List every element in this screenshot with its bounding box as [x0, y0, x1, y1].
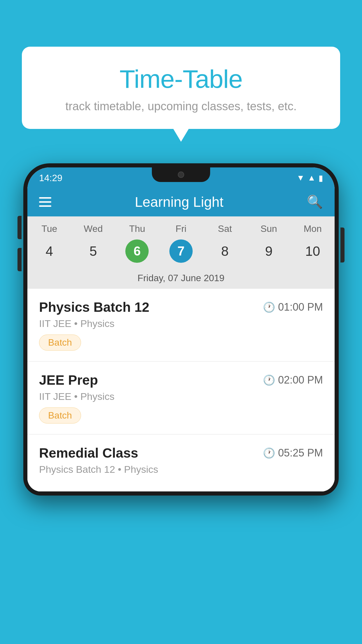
phone-wrapper: 14:29 ▼ ▲ ▮ Learning Light 🔍 — [23, 163, 339, 644]
schedule-item-1-header: Physics Batch 12 🕐 01:00 PM — [39, 299, 323, 315]
search-icon[interactable]: 🔍 — [307, 194, 323, 209]
camera — [178, 172, 184, 178]
signal-icon: ▲ — [307, 173, 316, 183]
clock-icon-1: 🕐 — [263, 301, 275, 313]
day-header-thu[interactable]: Thu — [115, 223, 159, 234]
status-time: 14:29 — [39, 173, 62, 183]
clock-icon-2: 🕐 — [263, 374, 275, 386]
volume-button-2 — [17, 248, 22, 271]
day-header-mon[interactable]: Mon — [291, 223, 335, 234]
power-button — [340, 228, 345, 262]
schedule-item-3[interactable]: Remedial Class 🕐 05:25 PM Physics Batch … — [27, 435, 335, 491]
schedule-item-1-time-text: 01:00 PM — [278, 301, 323, 313]
clock-icon-3: 🕐 — [263, 447, 275, 459]
schedule-item-1-title: Physics Batch 12 — [39, 299, 149, 315]
calendar-strip: Tue Wed Thu Fri Sat Sun Mon 4 5 6 7 — [27, 216, 335, 289]
app-title: Learning Light — [135, 194, 223, 210]
day-numbers: 4 5 6 7 8 9 10 — [27, 237, 335, 269]
day-8[interactable]: 8 — [203, 243, 247, 259]
tooltip-subtitle: track timetable, upcoming classes, tests… — [39, 100, 323, 113]
day-4[interactable]: 4 — [27, 243, 71, 259]
schedule-item-1[interactable]: Physics Batch 12 🕐 01:00 PM IIT JEE • Ph… — [27, 289, 335, 362]
tooltip-card: Time-Table track timetable, upcoming cla… — [22, 47, 340, 129]
schedule-item-3-title: Remedial Class — [39, 445, 138, 461]
day-header-sat[interactable]: Sat — [203, 223, 247, 234]
menu-icon[interactable] — [39, 197, 51, 207]
day-header-tue[interactable]: Tue — [27, 223, 71, 234]
phone-shell: 14:29 ▼ ▲ ▮ Learning Light 🔍 — [23, 163, 339, 496]
day-circle-selected[interactable]: 7 — [169, 239, 193, 263]
schedule-item-3-time-text: 05:25 PM — [278, 447, 323, 459]
phone-notch — [152, 167, 210, 182]
schedule-item-2-time-text: 02:00 PM — [278, 374, 323, 386]
selected-date: Friday, 07 June 2019 — [27, 269, 335, 289]
day-9[interactable]: 9 — [247, 243, 291, 259]
schedule-item-3-time: 🕐 05:25 PM — [263, 447, 323, 459]
day-10[interactable]: 10 — [291, 243, 335, 259]
battery-icon: ▮ — [319, 173, 323, 183]
schedule-list: Physics Batch 12 🕐 01:00 PM IIT JEE • Ph… — [27, 289, 335, 491]
schedule-item-2-time: 🕐 02:00 PM — [263, 374, 323, 386]
schedule-item-2-header: JEE Prep 🕐 02:00 PM — [39, 372, 323, 388]
batch-badge-1: Batch — [39, 335, 81, 351]
day-headers: Tue Wed Thu Fri Sat Sun Mon — [27, 216, 335, 237]
day-6[interactable]: 6 — [115, 239, 159, 263]
schedule-item-2[interactable]: JEE Prep 🕐 02:00 PM IIT JEE • Physics Ba… — [27, 362, 335, 435]
schedule-item-3-header: Remedial Class 🕐 05:25 PM — [39, 445, 323, 461]
schedule-item-3-sub: Physics Batch 12 • Physics — [39, 464, 323, 475]
wifi-icon: ▼ — [297, 173, 305, 183]
day-5[interactable]: 5 — [71, 243, 115, 259]
day-7[interactable]: 7 — [159, 239, 203, 263]
batch-badge-2: Batch — [39, 407, 81, 424]
schedule-item-1-sub: IIT JEE • Physics — [39, 318, 323, 329]
tooltip-title: Time-Table — [39, 64, 323, 94]
phone-screen: 14:29 ▼ ▲ ▮ Learning Light 🔍 — [27, 167, 335, 491]
schedule-item-2-sub: IIT JEE • Physics — [39, 391, 323, 402]
app-header: Learning Light 🔍 — [27, 187, 335, 216]
schedule-item-2-title: JEE Prep — [39, 372, 98, 388]
day-header-fri[interactable]: Fri — [159, 223, 203, 234]
status-icons: ▼ ▲ ▮ — [297, 173, 323, 183]
volume-button — [17, 216, 22, 239]
day-header-wed[interactable]: Wed — [71, 223, 115, 234]
day-circle-today[interactable]: 6 — [125, 239, 149, 263]
day-header-sun[interactable]: Sun — [247, 223, 291, 234]
schedule-item-1-time: 🕐 01:00 PM — [263, 301, 323, 313]
